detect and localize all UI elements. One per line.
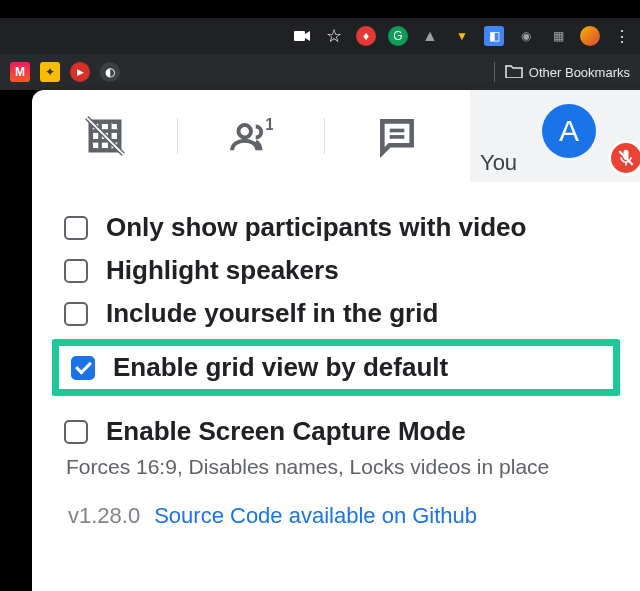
checkbox-only-video[interactable] (64, 216, 88, 240)
you-label: You (480, 150, 517, 176)
ext-green-icon[interactable]: G (388, 26, 408, 46)
bookmark-yellow-icon[interactable]: ✦ (40, 62, 60, 82)
panel-tabs: 1 You A (32, 90, 640, 182)
checkbox-highlight[interactable] (64, 259, 88, 283)
drive-icon[interactable]: ▲ (420, 26, 440, 46)
chat-icon (375, 114, 419, 158)
option-label: Only show participants with video (106, 212, 526, 243)
ext-red-icon[interactable]: ♦ (356, 26, 376, 46)
grid-off-icon (83, 114, 127, 158)
tab-chat[interactable] (325, 90, 470, 182)
ext-blue-icon[interactable]: ◧ (484, 26, 504, 46)
option-screen-capture[interactable]: Enable Screen Capture Mode (52, 410, 620, 453)
camera-icon[interactable] (292, 26, 312, 46)
option-only-video[interactable]: Only show participants with video (52, 206, 620, 249)
avatar: A (542, 104, 596, 158)
profile-avatar-icon[interactable] (580, 26, 600, 46)
other-bookmarks-label: Other Bookmarks (529, 65, 630, 80)
bookmarks-bar: M ✦ ▶ ◐ Other Bookmarks (0, 54, 640, 90)
extension-panel: 1 You A Only show participants with vide… (32, 90, 640, 591)
checkbox-screen-capture[interactable] (64, 420, 88, 444)
option-label: Enable grid view by default (113, 352, 448, 383)
other-bookmarks-button[interactable]: Other Bookmarks (494, 62, 630, 82)
option-highlight-speakers[interactable]: Highlight speakers (52, 249, 620, 292)
browser-toolbar: ☆ ♦ G ▲ ▼ ◧ ◉ ▦ ⋮ (0, 18, 640, 54)
svg-point-8 (238, 125, 251, 138)
highlighted-option-box: Enable grid view by default (52, 339, 620, 396)
browser-menu-icon[interactable]: ⋮ (612, 26, 632, 46)
checkbox-enable-grid[interactable] (71, 356, 95, 380)
bookmark-dark-icon[interactable]: ◐ (100, 62, 120, 82)
tab-you[interactable]: You A (470, 90, 640, 182)
tab-grid[interactable] (32, 90, 177, 182)
options-list: Only show participants with video Highli… (32, 182, 640, 529)
screen-capture-description: Forces 16:9, Disables names, Locks video… (52, 453, 620, 479)
source-code-link[interactable]: Source Code available on Github (154, 503, 477, 529)
option-enable-grid-default[interactable]: Enable grid view by default (59, 346, 613, 389)
people-icon: 1 (229, 114, 273, 158)
option-label: Include yourself in the grid (106, 298, 438, 329)
mic-muted-icon (608, 140, 640, 176)
ext-grid-icon[interactable]: ▦ (548, 26, 568, 46)
checkbox-include-self[interactable] (64, 302, 88, 326)
ext-bulb-icon[interactable]: ◉ (516, 26, 536, 46)
tab-people[interactable]: 1 (178, 90, 323, 182)
option-label: Highlight speakers (106, 255, 339, 286)
folder-icon (505, 64, 523, 81)
panel-footer: v1.28.0 Source Code available on Github (52, 479, 620, 529)
option-label: Enable Screen Capture Mode (106, 416, 466, 447)
ext-orange-icon[interactable]: ▼ (452, 26, 472, 46)
bookmark-m-icon[interactable]: M (10, 62, 30, 82)
bookmark-play-icon[interactable]: ▶ (70, 62, 90, 82)
svg-text:1: 1 (265, 116, 273, 133)
star-icon[interactable]: ☆ (324, 26, 344, 46)
version-label: v1.28.0 (68, 503, 140, 529)
option-include-self[interactable]: Include yourself in the grid (52, 292, 620, 335)
svg-rect-0 (294, 31, 305, 41)
browser-chrome: ☆ ♦ G ▲ ▼ ◧ ◉ ▦ ⋮ M ✦ ▶ ◐ Other Bookmark… (0, 0, 640, 90)
svg-rect-12 (625, 163, 627, 166)
